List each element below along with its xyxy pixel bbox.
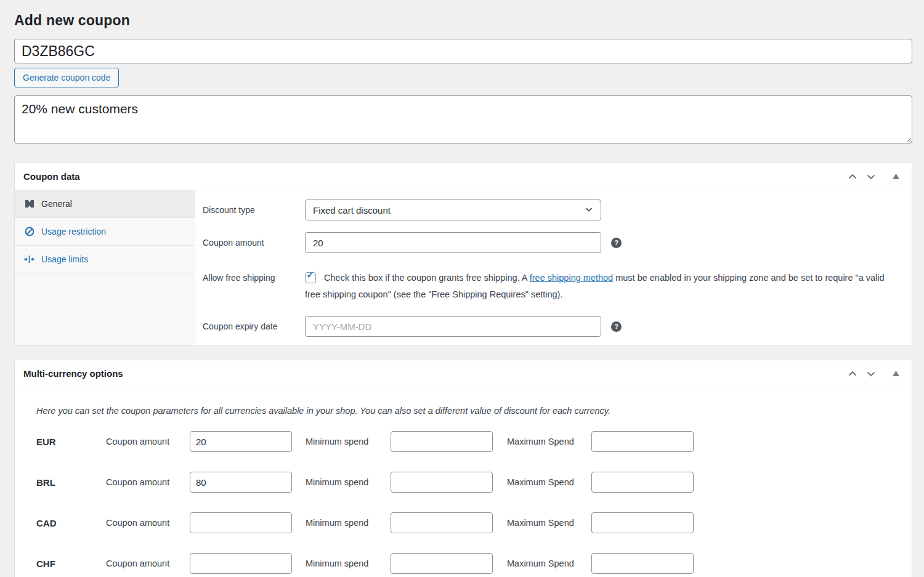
coupon-data-tabs: General Usage restriction Usage limits: [15, 190, 195, 345]
tab-usage-restriction[interactable]: Usage restriction: [15, 218, 195, 246]
move-up-icon[interactable]: [845, 169, 860, 184]
tab-usage-limits-label: Usage limits: [41, 254, 88, 264]
help-icon[interactable]: ?: [611, 321, 622, 332]
metabox-handle-actions: [845, 366, 903, 381]
cad-coupon-amount-input[interactable]: [190, 512, 292, 533]
coupon-amount-label: Coupon amount: [106, 437, 190, 446]
coupon-data-title: Coupon data: [23, 171, 845, 182]
minimum-spend-label: Minimum spend: [306, 477, 391, 487]
multi-currency-title: Multi-currency options: [23, 368, 845, 379]
multi-currency-metabox: Multi-currency options Here you can set …: [14, 360, 912, 577]
metabox-handle-actions: [845, 169, 903, 184]
expiry-date-label: Coupon expiry date: [203, 321, 305, 331]
collapse-toggle-icon[interactable]: [888, 366, 903, 381]
coupon-data-header: Coupon data: [15, 163, 912, 190]
free-shipping-row: Allow free shipping Check this box if th…: [203, 270, 903, 303]
brl-minimum-spend-input[interactable]: [391, 472, 493, 493]
coupon-data-metabox: Coupon data General: [14, 163, 912, 346]
chf-maximum-spend-input[interactable]: [591, 553, 694, 574]
currency-code: EUR: [36, 437, 106, 447]
tab-usage-limits[interactable]: Usage limits: [15, 246, 195, 273]
coupon-amount-input[interactable]: [305, 232, 601, 253]
eur-coupon-amount-input[interactable]: [190, 431, 292, 452]
discount-type-row: Discount type Fixed cart discount: [203, 200, 903, 220]
page-title: Add new coupon: [14, 11, 912, 30]
discount-type-select[interactable]: Fixed cart discount: [305, 200, 601, 220]
multi-currency-header: Multi-currency options: [15, 360, 912, 387]
currency-code: CHF: [36, 559, 106, 569]
move-down-icon[interactable]: [864, 169, 878, 184]
chf-minimum-spend-input[interactable]: [391, 553, 493, 574]
move-down-icon[interactable]: [864, 366, 878, 381]
eur-minimum-spend-input[interactable]: [391, 431, 493, 452]
multi-currency-body: Here you can set the coupon parameters f…: [15, 387, 912, 577]
minimum-spend-label: Minimum spend: [306, 518, 391, 528]
maximum-spend-label: Maximum Spend: [507, 518, 591, 528]
coupon-description-textarea[interactable]: 20% new customers: [14, 95, 912, 143]
maximum-spend-label: Maximum Spend: [507, 437, 591, 446]
coupon-amount-label: Coupon amount: [106, 559, 190, 568]
ticket-icon: [24, 199, 34, 209]
free-shipping-text-1: Check this box if the coupon grants free…: [324, 273, 530, 283]
coupon-amount-label: Coupon amount: [203, 238, 305, 248]
generate-coupon-code-button[interactable]: Generate coupon code: [14, 68, 119, 87]
no-entry-icon: [24, 227, 34, 237]
multi-currency-description: Here you can set the coupon parameters f…: [36, 406, 903, 416]
currency-code: CAD: [36, 518, 106, 528]
compress-arrows-icon: [24, 254, 34, 265]
cad-minimum-spend-input[interactable]: [391, 512, 493, 533]
minimum-spend-label: Minimum spend: [306, 437, 391, 446]
general-panel: Discount type Fixed cart discount Coupon…: [195, 190, 912, 345]
maximum-spend-label: Maximum Spend: [507, 559, 591, 568]
brl-maximum-spend-input[interactable]: [591, 472, 694, 493]
minimum-spend-label: Minimum spend: [306, 559, 391, 568]
tab-general[interactable]: General: [15, 190, 195, 218]
free-shipping-description: Check this box if the coupon grants free…: [305, 270, 890, 303]
currency-row-cad: CAD Coupon amount Minimum spend Maximum …: [36, 512, 903, 533]
discount-type-label: Discount type: [203, 205, 305, 215]
free-shipping-label: Allow free shipping: [203, 270, 305, 283]
coupon-amount-label: Coupon amount: [106, 518, 190, 528]
chevron-down-icon: [585, 205, 593, 216]
brl-coupon-amount-input[interactable]: [190, 472, 292, 493]
coupon-data-body: General Usage restriction Usage limits: [15, 190, 912, 345]
currency-row-eur: EUR Coupon amount Minimum spend Maximum …: [36, 431, 903, 452]
chf-coupon-amount-input[interactable]: [190, 553, 292, 574]
coupon-amount-label: Coupon amount: [106, 477, 190, 487]
move-up-icon[interactable]: [845, 366, 860, 381]
maximum-spend-label: Maximum Spend: [507, 477, 591, 487]
tab-usage-restriction-label: Usage restriction: [41, 227, 106, 236]
cad-maximum-spend-input[interactable]: [591, 512, 694, 533]
currency-code: BRL: [36, 477, 106, 488]
coupon-code-input[interactable]: [14, 39, 912, 63]
help-icon[interactable]: ?: [611, 238, 622, 248]
currency-row-brl: BRL Coupon amount Minimum spend Maximum …: [36, 472, 903, 493]
expiry-date-row: Coupon expiry date ?: [203, 316, 903, 337]
currency-row-chf: CHF Coupon amount Minimum spend Maximum …: [36, 553, 903, 574]
discount-type-value: Fixed cart discount: [313, 205, 391, 216]
collapse-toggle-icon[interactable]: [888, 169, 903, 184]
eur-maximum-spend-input[interactable]: [591, 431, 694, 452]
coupon-amount-row: Coupon amount ?: [203, 232, 903, 253]
expiry-date-input[interactable]: [305, 316, 601, 337]
add-coupon-page: Add new coupon Generate coupon code 20% …: [14, 0, 912, 577]
free-shipping-method-link[interactable]: free shipping method: [530, 273, 613, 283]
tab-general-label: General: [41, 199, 72, 209]
free-shipping-checkbox[interactable]: [305, 272, 316, 283]
